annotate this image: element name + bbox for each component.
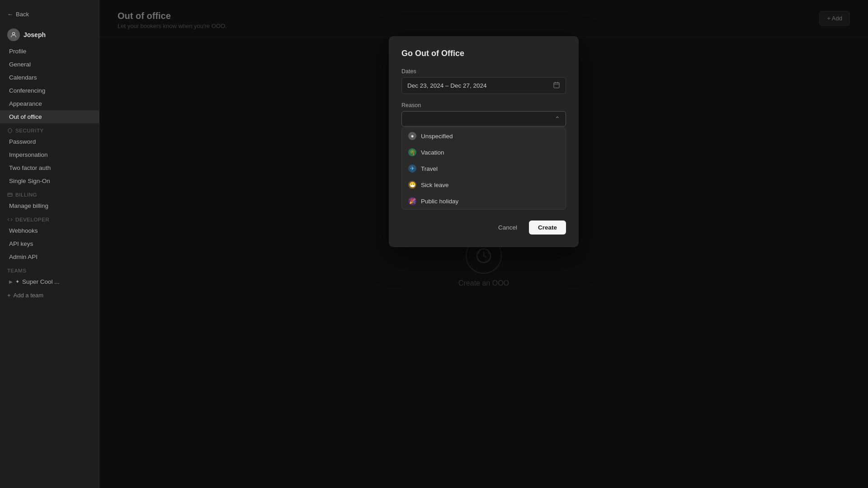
back-label: Back <box>16 11 29 18</box>
svg-rect-4 <box>554 83 559 88</box>
reason-unspecified-label: Unspecified <box>421 133 453 140</box>
public-holiday-icon: 🎉 <box>408 197 416 205</box>
sidebar-item-password[interactable]: Password <box>0 135 99 148</box>
reason-dropdown-trigger[interactable] <box>401 111 566 127</box>
sidebar-item-two-factor[interactable]: Two factor auth <box>0 161 99 174</box>
cancel-button[interactable]: Cancel <box>491 221 524 235</box>
sidebar-item-impersonation[interactable]: Impersonation <box>0 148 99 161</box>
reason-holiday-label: Public holiday <box>421 198 458 205</box>
unspecified-icon: ● <box>408 132 416 140</box>
sidebar-item-general[interactable]: General <box>0 58 99 71</box>
reason-travel-label: Travel <box>421 165 438 172</box>
security-section-label: Security <box>15 128 44 133</box>
sidebar-item-webhooks[interactable]: Webhooks <box>0 224 99 237</box>
sidebar-item-calendars[interactable]: Calendars <box>0 71 99 84</box>
sidebar-item-appearance[interactable]: Appearance <box>0 97 99 110</box>
main-content: Out of office Let your bookers know when… <box>99 0 868 488</box>
sidebar-item-out-of-office[interactable]: Out of office <box>0 110 99 123</box>
dates-input[interactable]: Dec 23, 2024 – Dec 27, 2024 <box>401 77 566 94</box>
avatar <box>7 28 20 41</box>
sidebar-item-profile[interactable]: Profile <box>0 45 99 58</box>
svg-rect-1 <box>8 193 12 197</box>
teams-section-label: Teams <box>7 268 27 273</box>
back-arrow-icon: ← <box>7 11 13 18</box>
developer-section-header: Developer <box>0 212 99 224</box>
sidebar-item-api-keys[interactable]: API keys <box>0 237 99 250</box>
reason-option-unspecified[interactable]: ● Unspecified <box>402 128 566 144</box>
dates-value: Dec 23, 2024 – Dec 27, 2024 <box>407 82 487 89</box>
reason-form-group: Reason ● Unspecified 🌴 Vacation <box>401 102 566 210</box>
sidebar-nav: Profile General Calendars Conferencing A… <box>0 43 99 481</box>
sidebar-item-conferencing[interactable]: Conferencing <box>0 84 99 97</box>
add-team-button[interactable]: + Add a team <box>0 288 99 302</box>
chevron-up-icon <box>555 115 560 122</box>
svg-point-0 <box>12 33 14 35</box>
add-icon: + <box>7 292 11 299</box>
user-section: Joseph <box>0 25 99 43</box>
reason-option-vacation[interactable]: 🌴 Vacation <box>402 144 566 160</box>
teams-section-header: Teams <box>0 263 99 275</box>
reason-sick-label: Sick leave <box>421 182 449 188</box>
reason-option-sick-leave[interactable]: 😷 Sick leave <box>402 177 566 193</box>
reason-option-travel[interactable]: ✈ Travel <box>402 160 566 177</box>
expand-icon: ▶ <box>9 279 13 284</box>
travel-icon: ✈ <box>408 164 416 173</box>
create-button[interactable]: Create <box>529 221 566 235</box>
dates-label: Dates <box>401 68 566 75</box>
team-name: Super Cool ... <box>22 278 60 285</box>
add-team-label: Add a team <box>14 292 44 299</box>
team-icon: ✦ <box>15 279 19 285</box>
calendar-icon <box>553 81 560 90</box>
sidebar-item-super-cool[interactable]: ▶ ✦ Super Cool ... <box>0 275 99 288</box>
user-name: Joseph <box>24 31 46 38</box>
sick-leave-icon: 😷 <box>408 181 416 189</box>
modal-title: Go Out of Office <box>401 49 566 58</box>
reason-option-public-holiday[interactable]: 🎉 Public holiday <box>402 193 566 209</box>
reason-label: Reason <box>401 102 566 108</box>
modal-actions: Cancel Create <box>401 221 566 235</box>
billing-section-label: Billing <box>15 192 37 197</box>
back-button[interactable]: ← Back <box>0 7 99 21</box>
developer-section-label: Developer <box>15 217 49 222</box>
vacation-icon: 🌴 <box>408 148 416 156</box>
modal-overlay[interactable]: Go Out of Office Dates Dec 23, 2024 – De… <box>99 0 868 488</box>
reason-dropdown-menu: ● Unspecified 🌴 Vacation ✈ Travel 😷 Sick… <box>401 127 566 210</box>
sidebar-item-admin-api[interactable]: Admin API <box>0 250 99 263</box>
modal-dialog: Go Out of Office Dates Dec 23, 2024 – De… <box>389 36 579 247</box>
billing-section-header: Billing <box>0 188 99 199</box>
sidebar-item-sso[interactable]: Single Sign-On <box>0 174 99 188</box>
dates-form-group: Dates Dec 23, 2024 – Dec 27, 2024 <box>401 68 566 94</box>
security-section-header: Security <box>0 123 99 135</box>
sidebar: ← Back Joseph Profile General Calendars … <box>0 0 99 488</box>
reason-vacation-label: Vacation <box>421 149 444 156</box>
sidebar-item-manage-billing[interactable]: Manage billing <box>0 199 99 212</box>
